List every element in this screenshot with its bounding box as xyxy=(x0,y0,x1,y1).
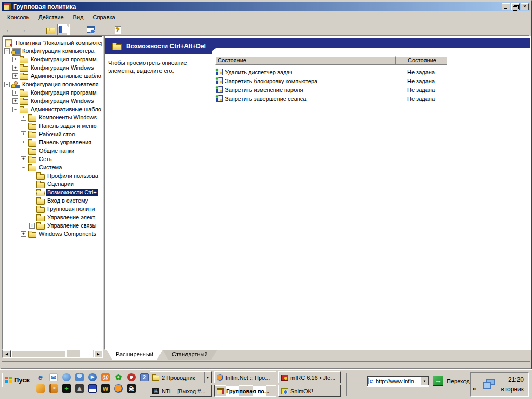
tree-control-panel[interactable]: Панель управления xyxy=(3,138,102,147)
address-book-icon[interactable]: ≡ xyxy=(49,384,58,393)
toolbar-grip[interactable] xyxy=(33,373,34,396)
floppy-save-icon[interactable] xyxy=(88,384,97,393)
tree-computer-configuration[interactable]: Конфигурация компьютера xyxy=(3,47,102,55)
tree-scripts[interactable]: Сценарии xyxy=(3,180,102,188)
expand-toggle-icon[interactable] xyxy=(4,82,10,87)
expand-toggle-icon[interactable] xyxy=(12,90,18,96)
up-one-level-button[interactable]: ↑ xyxy=(44,24,56,35)
separator[interactable] xyxy=(30,24,43,35)
taskbar-button-explorer-group[interactable]: 2 Проводник ▼ xyxy=(150,371,212,383)
tree-windows-settings[interactable]: Конфигурация Windows xyxy=(3,63,102,72)
tab-extended[interactable]: Расширенный xyxy=(107,350,163,360)
media-player-icon[interactable]: ▶ xyxy=(88,373,97,381)
menu-konsol[interactable]: Консоль xyxy=(3,13,34,21)
tree-admin-templates[interactable]: Административные шабло xyxy=(3,72,102,80)
tree-admin-templates-user[interactable]: Административные шабло xyxy=(3,105,102,113)
Запретить изменение пароля[interactable]: Запретить изменение пароля Не задана xyxy=(215,85,530,94)
network-tray-icon[interactable] xyxy=(482,378,495,388)
red-app-icon[interactable] xyxy=(127,373,136,381)
tree-system[interactable]: Система xyxy=(3,163,102,171)
expand-toggle-icon[interactable] xyxy=(21,156,26,162)
address-dropdown-icon[interactable]: ▼ xyxy=(421,377,429,385)
skull-app-icon[interactable]: ☠ xyxy=(127,384,136,393)
scrollbar-thumb[interactable] xyxy=(11,350,65,357)
tree-windows-components[interactable]: Компоненты Windows xyxy=(3,113,102,122)
expand-toggle-icon[interactable] xyxy=(12,65,18,71)
tree-group-policy[interactable]: Групповая полити xyxy=(3,205,102,213)
firefox-icon[interactable] xyxy=(114,384,123,393)
tree-horizontal-scrollbar[interactable]: ◀ ▶ xyxy=(2,350,103,358)
Запретить блокировку компьютера[interactable]: Запретить блокировку компьютера Не задан… xyxy=(215,76,530,85)
expand-toggle-icon[interactable] xyxy=(12,98,18,104)
go-button[interactable]: → xyxy=(433,376,443,386)
tree-root-local-computer-policy[interactable]: Политика "Локальный компьютер xyxy=(3,38,102,47)
tree-logon[interactable]: Вход в систему xyxy=(3,196,102,205)
taskbar-button-snimok[interactable]: SnimOK! xyxy=(278,385,341,397)
expand-toggle-icon[interactable] xyxy=(21,115,26,121)
Удалить диспетчер задач[interactable]: Удалить диспетчер задач Не задана xyxy=(215,68,530,76)
menu-deystvie[interactable]: Действие xyxy=(34,13,68,21)
collapse-tray-icon[interactable]: « xyxy=(473,385,476,392)
address-bar[interactable]: e http://www.infin. ▼ xyxy=(367,376,429,387)
expand-toggle-icon[interactable] xyxy=(21,140,26,145)
back-button[interactable]: ← xyxy=(3,24,16,35)
orange-app-icon[interactable] xyxy=(36,384,45,393)
taskbar-button-group-policy[interactable]: Групповая по... xyxy=(214,385,276,397)
expand-toggle-icon[interactable] xyxy=(12,57,18,62)
show-console-tree-button[interactable] xyxy=(57,24,70,35)
tree-taskbar-start-menu[interactable]: Панель задач и меню xyxy=(3,122,102,130)
toolbar-grip[interactable] xyxy=(363,373,364,396)
tree-ctrl-alt-del-options[interactable]: Возможности Ctrl+ xyxy=(3,188,102,196)
tree-user-profiles[interactable]: Профили пользова xyxy=(3,171,102,180)
scrollbar-track[interactable] xyxy=(11,350,94,357)
help-button[interactable]: ? xyxy=(111,24,124,35)
tree-windows-settings-user[interactable]: Конфигурация Windows xyxy=(3,97,102,105)
toolbar-grip[interactable] xyxy=(147,373,148,396)
scroll-left-icon[interactable]: ◀ xyxy=(3,350,11,357)
toolbar-grip[interactable] xyxy=(345,373,347,396)
wow-icon[interactable]: W xyxy=(101,384,110,393)
internet-explorer-icon[interactable]: e xyxy=(36,373,45,381)
messenger-icon[interactable] xyxy=(62,373,71,381)
start-button[interactable]: Пуск xyxy=(2,373,31,387)
taskbar-button-firefox[interactable]: Inffin.Net :: Про... xyxy=(214,371,276,383)
tree-shared-folders[interactable]: Общие папки xyxy=(3,147,102,155)
expand-toggle-icon[interactable] xyxy=(21,231,26,237)
close-button[interactable]: × xyxy=(521,3,529,10)
group-dropdown-icon[interactable]: ▼ xyxy=(204,372,209,383)
tree-power-management[interactable]: Управление элект xyxy=(3,213,102,221)
expand-toggle-icon[interactable] xyxy=(21,131,26,137)
icq-icon[interactable]: ✿ xyxy=(114,373,123,381)
tree-software-settings-user[interactable]: Конфигурация программ xyxy=(3,88,102,97)
address-input[interactable]: http://www.infin. xyxy=(376,378,421,384)
counter-strike-icon[interactable]: ♟ xyxy=(75,384,84,393)
expand-toggle-icon[interactable] xyxy=(12,107,18,112)
menu-vid[interactable]: Вид xyxy=(69,13,88,21)
export-list-button[interactable] xyxy=(84,24,97,35)
separator[interactable] xyxy=(98,24,110,35)
scroll-right-icon[interactable]: ▶ xyxy=(94,350,102,357)
tree-windows-components-en[interactable]: Windows Components xyxy=(3,230,102,238)
tree-desktop[interactable]: Рабочий стол xyxy=(3,130,102,138)
taskbar-button-ntl[interactable]: ☠ NTL - [Выход #... xyxy=(150,385,212,397)
expand-toggle-icon[interactable] xyxy=(4,48,10,54)
tree-communication-management[interactable]: Управление связы xyxy=(3,221,102,230)
minimize-button[interactable] xyxy=(502,3,510,10)
tree-network[interactable]: Сеть xyxy=(3,155,102,163)
outlook-express-icon[interactable]: ✉ xyxy=(49,373,58,381)
tab-standard[interactable]: Стандартный xyxy=(163,350,217,360)
title-bar[interactable]: Групповая политика × xyxy=(2,2,530,11)
taskbar-button-mirc[interactable]: mIRC 6.16 • JIe... xyxy=(278,371,341,383)
Запретить завершение сеанса[interactable]: Запретить завершение сеанса Не задана xyxy=(215,94,530,103)
contact-icon[interactable] xyxy=(75,373,84,381)
expand-toggle-icon[interactable] xyxy=(29,223,35,229)
forward-button[interactable]: → xyxy=(17,24,29,35)
tree-software-settings[interactable]: Конфигурация программ xyxy=(3,55,102,63)
crosshair-app-icon[interactable]: + xyxy=(62,384,71,393)
separator[interactable] xyxy=(71,24,83,35)
mail-icon[interactable]: @ xyxy=(101,373,110,381)
expand-toggle-icon[interactable] xyxy=(12,73,18,79)
tree-user-configuration[interactable]: Конфигурация пользователя xyxy=(3,80,102,88)
restore-button[interactable] xyxy=(511,3,520,10)
menu-spravka[interactable]: Справка xyxy=(88,13,120,21)
